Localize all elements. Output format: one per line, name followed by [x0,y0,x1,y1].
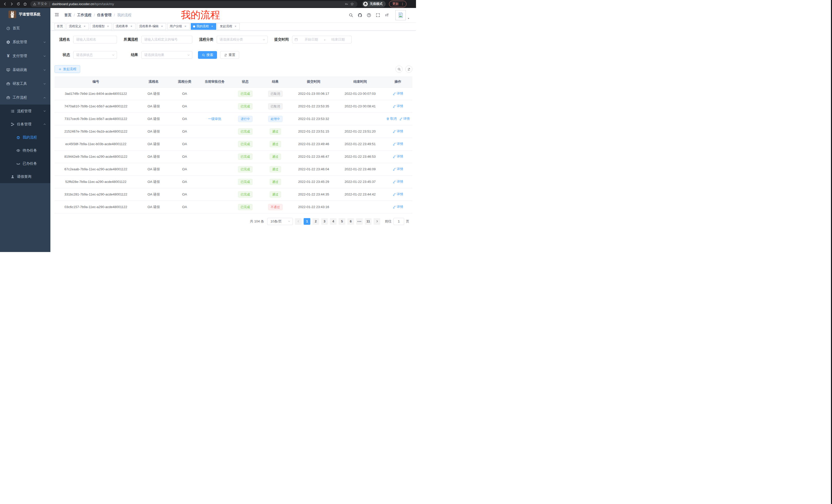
reset-button[interactable]: 重置 [220,51,239,59]
pagination-page-button[interactable]: 11 [365,218,371,225]
tab-2[interactable]: 流程模型× [90,23,112,30]
browser-update-button[interactable]: 更新 [389,1,407,7]
action-detail-link[interactable]: 详情 [393,155,403,159]
action-detail-link[interactable]: 详情 [393,142,403,146]
user-avatar-menu[interactable] [395,10,410,20]
pagination-page-button[interactable]: 4 [330,218,337,225]
tab-1[interactable]: 流程定义× [67,23,89,30]
create-process-button[interactable]: 发起流程 [54,65,80,73]
submit-time-range-picker[interactable]: 开始日期 - 结束日期 [292,36,352,44]
security-indicator[interactable]: 不安全 [33,2,47,6]
breadcrumb: 首页/工作流程/任务管理/我的流程 [64,13,132,18]
breadcrumb-item[interactable]: 首页 [64,13,72,18]
passwords-key-button[interactable] [343,1,349,7]
pagination-next-button[interactable] [373,218,380,225]
page-size-select[interactable]: 10条/页 [267,218,293,225]
sidebar-item-10[interactable]: 已办任务 [0,157,50,170]
breadcrumb-item[interactable]: 工作流程 [77,13,92,18]
column-header: 当前审批任务 [199,76,230,87]
sidebar-item-5[interactable]: 工作流程 [0,91,50,105]
warning-icon [33,2,36,6]
action-detail-link[interactable]: 详情 [393,129,403,134]
process-def-input[interactable]: 请输入流程定义的编号 [141,36,192,44]
pagination-page-button[interactable]: 3 [321,218,328,225]
address-bar[interactable]: 不安全 dashboard.yudao.iocoder.cn/bpm/task/… [30,1,357,7]
tab-4[interactable]: 流程表单-编辑× [137,23,166,30]
action-detail-link[interactable]: 详情 [399,117,410,121]
status-select[interactable]: 请选择状态 [73,51,117,59]
action-cancel-link[interactable]: 取消 [386,117,397,121]
tab-close-icon[interactable]: × [106,25,110,28]
sidebar-item-11[interactable]: 请假查询 [0,170,50,183]
action-detail-link[interactable]: 详情 [393,192,403,197]
tab-3[interactable]: 流程表单× [113,23,135,30]
action-detail-link[interactable]: 详情 [393,104,403,108]
github-link[interactable] [357,12,363,18]
tab-close-icon[interactable]: × [160,25,164,28]
sidebar-item-3[interactable]: 基础设施 [0,63,50,77]
table-refresh-button[interactable] [405,65,412,73]
action-detail-link[interactable]: 详情 [393,91,403,96]
tab-close-icon[interactable]: × [210,25,214,28]
sidebar-item-2[interactable]: ¥支付管理 [0,49,50,63]
font-size-button[interactable] [384,12,390,18]
browser-home-button[interactable] [22,1,28,7]
action-detail-link[interactable]: 详情 [393,179,403,184]
fullscreen-button[interactable] [375,12,381,18]
category-select[interactable]: 请选择流程分类 [217,36,268,44]
status-badge: 已完成 [238,191,253,198]
tab-close-icon[interactable]: × [83,25,86,28]
pagination-page-button[interactable]: 6 [347,218,354,225]
sidebar-item-7[interactable]: 任务管理 [0,118,50,131]
browser-menu-dots-icon[interactable] [401,2,404,6]
tree-icon [10,122,15,127]
cell-id: 52ffd28e-7b9a-11ec-a290-acde48001122 [54,175,137,188]
browser-back-button[interactable] [2,1,8,7]
tab-close-icon[interactable]: × [234,25,237,28]
cell-result: 通过 [260,163,290,175]
sidebar-item-0[interactable]: 首页 [0,21,50,35]
current-task-link[interactable]: 一级审批 [208,117,222,121]
process-name-input[interactable]: 请输入流程名 [73,36,117,44]
action-detail-link[interactable]: 详情 [393,205,403,209]
cell-actions: 取消详情 [383,113,412,125]
cell-current-task [199,175,230,188]
dashboard-icon [6,26,10,30]
date-start-placeholder[interactable]: 开始日期 [300,37,323,42]
browser-forward-button[interactable] [8,1,15,7]
sidebar-item-8[interactable]: 我的流程 [0,131,50,144]
cell-end-time [337,201,383,213]
sidebar-logo[interactable]: 芋道管理系统 [0,8,50,21]
tab-0[interactable]: 首页 [54,23,65,30]
header-search-button[interactable] [348,12,354,18]
table-search-toggle-button[interactable] [395,65,402,73]
cell-actions: 详情 [383,100,412,113]
help-doc-button[interactable] [366,12,371,18]
pagination-page-button[interactable]: 2 [312,218,319,225]
browser-reload-button[interactable] [15,1,22,7]
result-select[interactable]: 请选择流结果 [141,51,192,59]
cell-process-name: OA 请假 [137,138,170,150]
sidebar-item-9[interactable]: 待办任务 [0,144,50,157]
tab-close-icon[interactable]: × [184,25,187,28]
sidebar-item-6[interactable]: 流程管理 [0,105,50,118]
date-end-placeholder[interactable]: 结束日期 [327,37,349,42]
sidebar-item-4[interactable]: 研发工具 [0,77,50,91]
cell-result: 不通过 [260,201,290,213]
sidebar-menu: 首页系统管理¥支付管理基础设施研发工具工作流程流程管理任务管理我的流程待办任务已… [0,21,50,183]
action-detail-link[interactable]: 详情 [393,167,403,171]
tab-7[interactable]: 发起流程× [217,23,240,30]
pagination-prev-button[interactable] [295,218,302,225]
search-button[interactable]: 搜索 [198,51,217,59]
sidebar-fold-button[interactable] [54,12,60,18]
bookmark-star-button[interactable] [349,1,355,7]
goto-page-input[interactable]: 1 [393,218,404,225]
tab-5[interactable]: 用户分组× [167,23,189,30]
cell-submit-time: 2022-01-22 23:44:35 [290,188,337,201]
pagination-page-button[interactable]: 1 [304,218,310,225]
tab-close-icon[interactable]: × [130,25,133,28]
tab-6[interactable]: 我的流程× [191,23,216,30]
breadcrumb-item[interactable]: 任务管理 [97,13,111,18]
sidebar-item-1[interactable]: 系统管理 [0,35,50,49]
pagination-page-button[interactable]: 5 [339,218,345,225]
